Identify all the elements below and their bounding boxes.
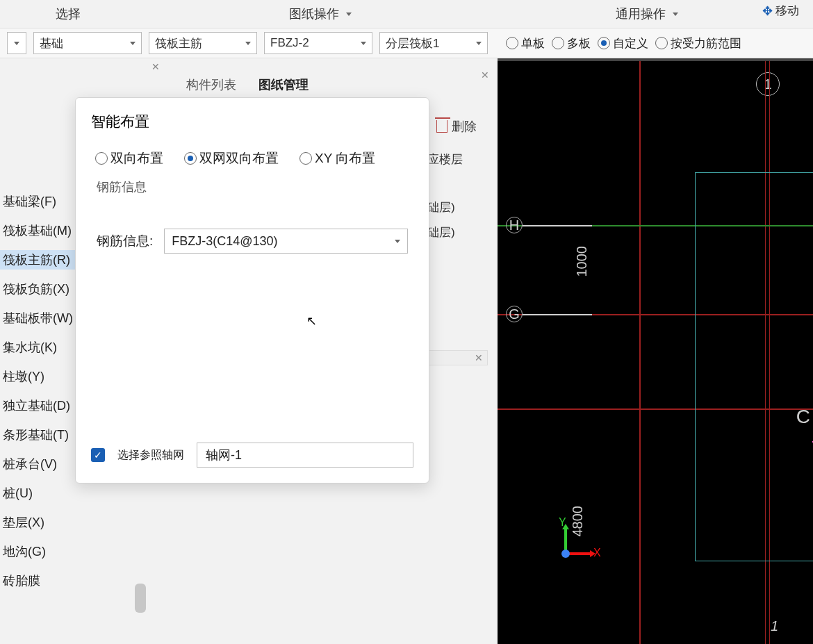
- menu-drawing-ops[interactable]: 图纸操作: [289, 6, 352, 22]
- statusbar-close-icon[interactable]: ✕: [475, 352, 483, 363]
- rebar-info-value: FBZJ-3(C14@130): [172, 234, 277, 249]
- cat-raft-neg-rebar[interactable]: 筏板负筋(X): [0, 279, 76, 299]
- cat-strip-footing[interactable]: 条形基础(T): [0, 425, 76, 445]
- radio-xy-direction[interactable]: XY 向布置: [299, 149, 375, 167]
- dropdown-layer-value: 分层筏板1: [386, 35, 439, 51]
- radio-multi[interactable]: 多板: [552, 35, 591, 51]
- axis-combo-value: 轴网-1: [206, 447, 242, 463]
- cat-trench[interactable]: 地沟(G): [0, 542, 76, 561]
- radio-custom[interactable]: 自定义: [598, 35, 648, 51]
- cat-isolated-footing[interactable]: 独立基础(D): [0, 396, 76, 415]
- checkbox-reference-axis[interactable]: ✓: [91, 448, 105, 462]
- dropdown-code[interactable]: FBZJ-2: [264, 32, 372, 54]
- radio-by-force[interactable]: 按受力筋范围: [655, 35, 741, 51]
- dimension-1000: 1000: [574, 246, 590, 277]
- trash-icon: [436, 120, 447, 133]
- smart-layout-dialog: 智能布置 双向布置 双网双向布置 XY 向布置 钢筋信息 钢筋信息: FBZJ-…: [75, 97, 429, 484]
- rebar-info-label: 钢筋信息:: [97, 232, 153, 250]
- axis-label-c: C: [796, 406, 810, 428]
- scrollbar-thumb[interactable]: [135, 584, 146, 613]
- axis-combo[interactable]: 轴网-1: [197, 443, 413, 468]
- cursor-icon: ↖: [306, 313, 317, 329]
- axis-x-label: X: [593, 547, 601, 559]
- axis-circle-1-bottom: 1: [771, 618, 778, 634]
- outline-box: [695, 172, 813, 561]
- radio-two-direction[interactable]: 双向布置: [95, 149, 163, 167]
- cat-brick-mold[interactable]: 砖胎膜: [0, 571, 76, 591]
- dialog-title: 智能布置: [76, 98, 429, 137]
- drawing-canvas[interactable]: 1 H G 1000 4800 C X Y 1: [498, 61, 813, 644]
- gridline-v: [639, 61, 641, 644]
- checkbox-label: 选择参照轴网: [117, 448, 184, 463]
- axis-label-h: H: [506, 217, 523, 233]
- group-rebar-info: 钢筋信息: [97, 179, 429, 195]
- delete-button[interactable]: 删除: [436, 118, 477, 135]
- cat-sump[interactable]: 集水坑(K): [0, 338, 76, 357]
- cat-foundation-beam[interactable]: 基础梁(F): [0, 192, 76, 211]
- close-tab-icon-2[interactable]: ✕: [481, 69, 491, 79]
- cat-pile-cap[interactable]: 桩承台(V): [0, 454, 76, 474]
- axis-tick: [523, 314, 592, 315]
- chevron-down-icon: [395, 240, 400, 243]
- radio-double-net[interactable]: 双网双向布置: [184, 149, 279, 167]
- dropdown-code-value: FBZJ-2: [270, 36, 309, 50]
- dropdown-category-value: 基础: [40, 35, 63, 51]
- rebar-info-combo[interactable]: FBZJ-3(C14@130): [164, 229, 408, 254]
- cat-raft-foundation[interactable]: 筏板基础(M): [0, 221, 76, 240]
- axis-circle-1-top: 1: [756, 72, 780, 96]
- cat-pier[interactable]: 柱墩(Y): [0, 367, 76, 386]
- menu-general-ops[interactable]: 通用操作: [616, 6, 678, 22]
- dropdown-rebar-value: 筏板主筋: [155, 35, 202, 51]
- cat-foundation-strip[interactable]: 基础板带(W): [0, 308, 76, 328]
- menu-select[interactable]: 选择: [56, 6, 81, 22]
- ucs-axes-widget[interactable]: X Y: [549, 519, 598, 568]
- dropdown-rebar-type[interactable]: 筏板主筋: [149, 32, 257, 54]
- dropdown-category[interactable]: 基础: [33, 32, 142, 54]
- radio-single[interactable]: 单板: [506, 35, 545, 51]
- category-list: 基础梁(F) 筏板基础(M) 筏板主筋(R) 筏板负筋(X) 基础板带(W) 集…: [0, 192, 76, 591]
- cat-raft-main-rebar[interactable]: 筏板主筋(R): [0, 250, 76, 270]
- move-button[interactable]: 移动: [762, 3, 799, 19]
- close-tab-icon[interactable]: ✕: [151, 61, 161, 71]
- axis-y-label: Y: [559, 516, 566, 529]
- cat-cushion[interactable]: 垫层(X): [0, 513, 76, 532]
- dropdown-layer[interactable]: 分层筏板1: [379, 32, 488, 54]
- axis-tick: [523, 225, 592, 226]
- dropdown-empty[interactable]: [7, 32, 26, 54]
- axis-label-g: G: [506, 306, 523, 322]
- cat-pile[interactable]: 桩(U): [0, 484, 76, 503]
